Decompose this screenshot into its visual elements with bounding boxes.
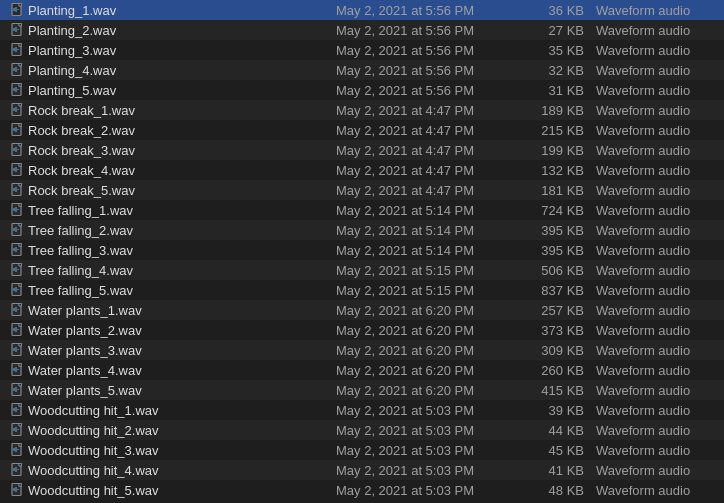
file-name: Water plants_4.wav <box>28 363 336 378</box>
audio-file-icon <box>8 123 28 137</box>
table-row[interactable]: Water plants_3.wavMay 2, 2021 at 6:20 PM… <box>0 340 724 360</box>
audio-file-icon <box>8 63 28 77</box>
file-date: May 2, 2021 at 5:15 PM <box>336 263 526 278</box>
audio-file-icon <box>8 263 28 277</box>
svg-rect-86 <box>19 344 22 347</box>
file-kind: Waveform audio <box>596 183 716 198</box>
svg-rect-56 <box>19 224 22 227</box>
file-kind: Waveform audio <box>596 243 716 258</box>
file-size: 199 KB <box>526 143 596 158</box>
file-name: Water plants_1.wav <box>28 303 336 318</box>
file-name: Woodcutting hit_4.wav <box>28 463 336 478</box>
file-name: Woodcutting hit_2.wav <box>28 423 336 438</box>
table-row[interactable]: Planting_4.wavMay 2, 2021 at 5:56 PM32 K… <box>0 60 724 80</box>
table-row[interactable]: Tree falling_4.wavMay 2, 2021 at 5:15 PM… <box>0 260 724 280</box>
file-date: May 2, 2021 at 4:47 PM <box>336 123 526 138</box>
table-row[interactable]: Woodcutting hit_2.wavMay 2, 2021 at 5:03… <box>0 420 724 440</box>
svg-rect-116 <box>19 464 22 467</box>
svg-rect-51 <box>19 204 22 207</box>
table-row[interactable]: Rock break_4.wavMay 2, 2021 at 4:47 PM13… <box>0 160 724 180</box>
audio-file-icon <box>8 343 28 357</box>
table-row[interactable]: Planting_5.wavMay 2, 2021 at 5:56 PM31 K… <box>0 80 724 100</box>
table-row[interactable]: Planting_3.wavMay 2, 2021 at 5:56 PM35 K… <box>0 40 724 60</box>
file-name: Tree falling_1.wav <box>28 203 336 218</box>
table-row[interactable]: Tree falling_3.wavMay 2, 2021 at 5:14 PM… <box>0 240 724 260</box>
file-name: Rock break_2.wav <box>28 123 336 138</box>
file-size: 32 KB <box>526 63 596 78</box>
file-size: 35 KB <box>526 43 596 58</box>
table-row[interactable]: Woodcutting hit_1.wavMay 2, 2021 at 5:03… <box>0 400 724 420</box>
file-size: 31 KB <box>526 83 596 98</box>
file-date: May 2, 2021 at 5:15 PM <box>336 283 526 298</box>
table-row[interactable]: Tree falling_1.wavMay 2, 2021 at 5:14 PM… <box>0 200 724 220</box>
table-row[interactable]: Rock break_2.wavMay 2, 2021 at 4:47 PM21… <box>0 120 724 140</box>
audio-file-icon <box>8 323 28 337</box>
file-date: May 2, 2021 at 6:20 PM <box>336 323 526 338</box>
file-size: 395 KB <box>526 223 596 238</box>
table-row[interactable]: Rock break_3.wavMay 2, 2021 at 4:47 PM19… <box>0 140 724 160</box>
table-row[interactable]: Woodcutting hit_4.wavMay 2, 2021 at 5:03… <box>0 460 724 480</box>
file-size: 48 KB <box>526 483 596 498</box>
file-date: May 2, 2021 at 4:47 PM <box>336 143 526 158</box>
table-row[interactable]: Planting_2.wavMay 2, 2021 at 5:56 PM27 K… <box>0 20 724 40</box>
file-name: Planting_3.wav <box>28 43 336 58</box>
file-name: Water plants_2.wav <box>28 323 336 338</box>
table-row[interactable]: Water plants_1.wavMay 2, 2021 at 6:20 PM… <box>0 300 724 320</box>
file-date: May 2, 2021 at 5:03 PM <box>336 483 526 498</box>
file-size: 724 KB <box>526 203 596 218</box>
file-kind: Waveform audio <box>596 403 716 418</box>
file-kind: Waveform audio <box>596 383 716 398</box>
file-name: Water plants_3.wav <box>28 343 336 358</box>
table-row[interactable]: Water plants_5.wavMay 2, 2021 at 6:20 PM… <box>0 380 724 400</box>
file-name: Planting_4.wav <box>28 63 336 78</box>
table-row[interactable]: Woodcutting hit_5.wavMay 2, 2021 at 5:03… <box>0 480 724 500</box>
svg-rect-1 <box>19 4 22 7</box>
file-kind: Waveform audio <box>596 423 716 438</box>
file-size: 415 KB <box>526 383 596 398</box>
file-name: Planting_1.wav <box>28 3 336 18</box>
file-date: May 2, 2021 at 5:56 PM <box>336 3 526 18</box>
file-name: Tree falling_5.wav <box>28 283 336 298</box>
audio-file-icon <box>8 43 28 57</box>
file-name: Woodcutting hit_5.wav <box>28 483 336 498</box>
svg-rect-121 <box>19 484 22 487</box>
svg-rect-106 <box>19 424 22 427</box>
file-kind: Waveform audio <box>596 123 716 138</box>
audio-file-icon <box>8 3 28 17</box>
file-date: May 2, 2021 at 5:03 PM <box>336 443 526 458</box>
audio-file-icon <box>8 483 28 497</box>
svg-rect-46 <box>19 184 22 187</box>
svg-rect-26 <box>19 104 22 107</box>
file-size: 181 KB <box>526 183 596 198</box>
audio-file-icon <box>8 23 28 37</box>
file-date: May 2, 2021 at 6:20 PM <box>336 363 526 378</box>
file-kind: Waveform audio <box>596 3 716 18</box>
svg-rect-101 <box>19 404 22 407</box>
file-date: May 2, 2021 at 5:56 PM <box>336 23 526 38</box>
file-size: 215 KB <box>526 123 596 138</box>
file-name: Planting_5.wav <box>28 83 336 98</box>
file-date: May 2, 2021 at 5:56 PM <box>336 63 526 78</box>
file-date: May 2, 2021 at 5:14 PM <box>336 223 526 238</box>
table-row[interactable]: Water plants_2.wavMay 2, 2021 at 6:20 PM… <box>0 320 724 340</box>
file-name: Tree falling_3.wav <box>28 243 336 258</box>
table-row[interactable]: Woodcutting hit_3.wavMay 2, 2021 at 5:03… <box>0 440 724 460</box>
table-row[interactable]: Rock break_1.wavMay 2, 2021 at 4:47 PM18… <box>0 100 724 120</box>
svg-rect-81 <box>19 324 22 327</box>
file-kind: Waveform audio <box>596 483 716 498</box>
table-row[interactable]: Rock break_5.wavMay 2, 2021 at 4:47 PM18… <box>0 180 724 200</box>
svg-rect-71 <box>19 284 22 287</box>
file-size: 506 KB <box>526 263 596 278</box>
audio-file-icon <box>8 103 28 117</box>
file-size: 36 KB <box>526 3 596 18</box>
svg-rect-41 <box>19 164 22 167</box>
audio-file-icon <box>8 143 28 157</box>
audio-file-icon <box>8 303 28 317</box>
audio-file-icon <box>8 403 28 417</box>
table-row[interactable]: Tree falling_2.wavMay 2, 2021 at 5:14 PM… <box>0 220 724 240</box>
file-date: May 2, 2021 at 6:20 PM <box>336 383 526 398</box>
table-row[interactable]: Tree falling_5.wavMay 2, 2021 at 5:15 PM… <box>0 280 724 300</box>
table-row[interactable]: Planting_1.wavMay 2, 2021 at 5:56 PM36 K… <box>0 0 724 20</box>
audio-file-icon <box>8 203 28 217</box>
table-row[interactable]: Water plants_4.wavMay 2, 2021 at 6:20 PM… <box>0 360 724 380</box>
